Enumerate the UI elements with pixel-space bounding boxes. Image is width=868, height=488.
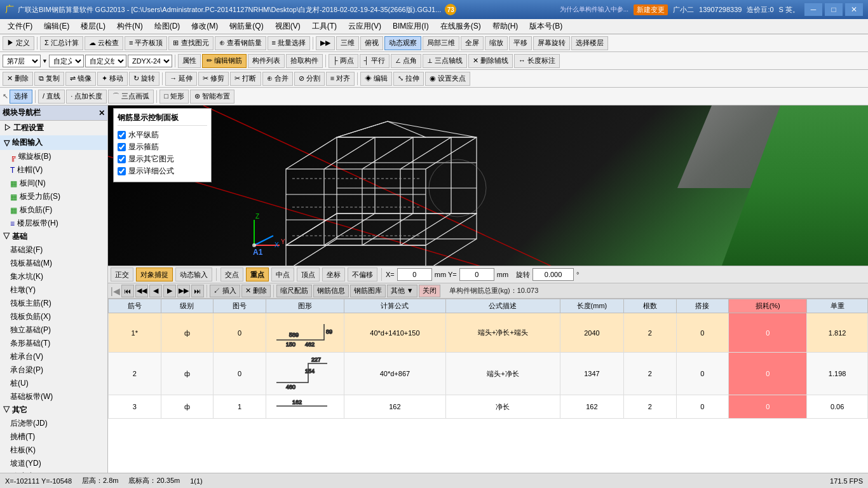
cell-type2[interactable]: ф <box>161 353 214 395</box>
rotate-input[interactable] <box>532 268 574 281</box>
btn-delete-row[interactable]: ✕ 删除 <box>241 285 271 297</box>
cell-formula[interactable]: 40*d+1410+150 <box>344 313 445 353</box>
btn-last[interactable]: ⏭ <box>191 285 204 297</box>
btn-align[interactable]: ≡ 对齐 <box>326 72 355 86</box>
btn-select[interactable]: 选择 <box>10 90 32 104</box>
btn-level-top[interactable]: ≡ 平齐板顶 <box>125 36 167 50</box>
cell-length2[interactable]: 1347 <box>560 353 623 395</box>
sidebar-item-pile-cap-col[interactable]: 柱墩(Y) <box>0 283 107 297</box>
btn-trim[interactable]: ✂ 修剪 <box>198 72 229 86</box>
btn-coord[interactable]: 坐标 <box>322 268 345 281</box>
sidebar-item-cap-beam[interactable]: 承台梁(P) <box>0 363 107 377</box>
menu-file[interactable]: 文件(F) <box>3 20 37 33</box>
btn-next-next[interactable]: ▶▶ <box>177 285 190 297</box>
check-stirrup-input[interactable] <box>118 143 126 151</box>
menu-edit[interactable]: 编辑(E) <box>39 20 74 33</box>
btn-find-elem[interactable]: ⊞ 查找图元 <box>168 36 213 50</box>
cell-grade2[interactable]: 0 <box>214 353 266 395</box>
type-select[interactable]: 自定义 <box>49 55 84 67</box>
floor-select[interactable]: 第7层 <box>3 55 41 67</box>
cell-formula2[interactable]: 40*d+867 <box>344 353 445 395</box>
cell-formula3[interactable]: 162 <box>344 395 445 419</box>
cell-grade[interactable]: 0 <box>214 313 266 353</box>
3d-viewport[interactable]: X Y Z A1 钢筋显示控制面板 <box>108 105 868 266</box>
sidebar-item-isolated[interactable]: 独立基础(P) <box>0 323 107 337</box>
btn-pan[interactable]: 平移 <box>509 36 532 50</box>
btn-prev-prev[interactable]: ◀◀ <box>135 285 148 297</box>
btn-two-points[interactable]: ├ 两点 <box>329 54 358 68</box>
cell-damage2[interactable]: 0 <box>729 353 807 395</box>
maximize-button[interactable]: □ <box>825 3 843 16</box>
line-type-select[interactable]: 自定义线 <box>85 55 126 67</box>
btn-midpoint[interactable]: 中点 <box>271 268 294 281</box>
btn-merge[interactable]: ⊕ 合并 <box>262 72 293 86</box>
sidebar-item-spiral[interactable]: ╔ 螺旋板(B) <box>0 150 107 163</box>
sidebar-item-col-plate[interactable]: 柱板(K) <box>0 444 107 457</box>
sidebar-item-strip[interactable]: 条形基础(T) <box>0 337 107 350</box>
menu-rebar[interactable]: 钢筋量(Q) <box>224 20 268 33</box>
btn-add-point[interactable]: · 点加长度 <box>66 90 107 104</box>
btn-split[interactable]: ⊘ 分割 <box>294 72 325 86</box>
btn-move[interactable]: ✦ 移动 <box>97 72 128 86</box>
btn-edit2[interactable]: ◈ 编辑 <box>360 72 392 86</box>
btn-intersect[interactable]: 交点 <box>220 268 243 281</box>
btn-length-note[interactable]: ↔ 长度标注 <box>514 54 560 68</box>
btn-no-offset[interactable]: 不偏移 <box>348 268 377 281</box>
zdyx-select[interactable]: ZDYX-24 <box>128 55 172 67</box>
btn-angle-point[interactable]: ∠ 点角 <box>391 54 421 68</box>
btn-close-panel[interactable]: 关闭 <box>419 285 440 297</box>
check-formula-input[interactable] <box>118 167 126 175</box>
btn-drag[interactable]: ⤡ 拉伸 <box>393 72 424 86</box>
check-formula[interactable]: 显示详细公式 <box>118 166 207 177</box>
btn-set-point[interactable]: ◉ 设置夹点 <box>425 72 470 86</box>
close-button[interactable]: ✕ <box>845 3 863 16</box>
btn-fullscreen[interactable]: 全屏 <box>461 36 484 50</box>
btn-3d-view[interactable]: 三维 <box>336 36 359 50</box>
cell-length3[interactable]: 162 <box>560 395 623 419</box>
menu-help[interactable]: 帮助(H) <box>487 20 524 33</box>
btn-rebar-lib[interactable]: 钢筋图库 <box>350 285 386 297</box>
btn-vertex[interactable]: 顶点 <box>297 268 320 281</box>
btn-prev[interactable]: ◀ <box>149 285 162 297</box>
menu-draw[interactable]: 绘图(D) <box>149 20 186 33</box>
sidebar-item-found-band[interactable]: 基础板带(W) <box>0 390 107 403</box>
cell-num[interactable]: 1* <box>109 313 161 353</box>
btn-scale-rebar[interactable]: 缩尺配筋 <box>276 285 312 297</box>
cell-damage[interactable]: 0 <box>729 313 807 353</box>
btn-view-rebar[interactable]: ⊕ 查看钢筋量 <box>215 36 266 50</box>
btn-define[interactable]: ▶ 定义 <box>3 36 34 50</box>
btn-delete-aux[interactable]: ✕ 删除辅线 <box>468 54 513 68</box>
sidebar-item-post-cast[interactable]: 后浇带(JD) <box>0 417 107 430</box>
sidebar-group-foundation[interactable]: ▽ 基础 <box>0 230 107 243</box>
btn-dynamic[interactable]: 动态输入 <box>175 268 212 281</box>
btn-rebar-info[interactable]: 钢筋信息 <box>313 285 349 297</box>
cell-num2[interactable]: 2 <box>109 353 161 395</box>
btn-dynamic-obs[interactable]: 动态观察 <box>384 36 421 50</box>
y-input[interactable] <box>459 268 494 281</box>
sidebar-item-raft-rebar[interactable]: 筏板主筋(R) <box>0 297 107 310</box>
sidebar-item-slab-mid[interactable]: ▦ 板间(N) <box>0 177 107 190</box>
btn-midpoint-heavy[interactable]: 重点 <box>246 268 269 281</box>
btn-local-3d[interactable]: 局部三维 <box>423 36 459 50</box>
btn-rotate[interactable]: ↻ 旋转 <box>129 72 159 86</box>
btn-mirror[interactable]: ⇌ 镜像 <box>65 72 96 86</box>
sidebar-item-groove[interactable]: 挑槽(T) <box>0 430 107 444</box>
sidebar-group-other[interactable]: ▽ 其它 <box>0 403 107 417</box>
sidebar-item-raft[interactable]: 筏板基础(M) <box>0 257 107 270</box>
sidebar-item-floor-band[interactable]: ≡ 楼层板带(H) <box>0 217 107 230</box>
menu-part[interactable]: 构件(N) <box>112 20 148 33</box>
cell-type3[interactable]: ф <box>161 395 214 419</box>
sidebar-item-raft-neg[interactable]: 筏板负筋(X) <box>0 310 107 323</box>
btn-smart[interactable]: ⊛ 智能布置 <box>190 90 234 104</box>
cell-num3[interactable]: 3 <box>109 395 161 419</box>
cell-length[interactable]: 2040 <box>560 313 623 353</box>
btn-first[interactable]: ⏮ <box>121 285 134 297</box>
btn-parallel[interactable]: ┤ 平行 <box>360 54 390 68</box>
btn-break[interactable]: ✂ 打断 <box>230 72 261 86</box>
sidebar-item-found-beam[interactable]: 基础梁(F) <box>0 243 107 257</box>
sidebar-item-pile[interactable]: 桩(U) <box>0 377 107 390</box>
btn-copy[interactable]: ⧉ 复制 <box>34 72 64 86</box>
sidebar-item-ramp[interactable]: 坡道(YD) <box>0 457 107 470</box>
check-other-input[interactable] <box>118 155 126 163</box>
btn-calc[interactable]: Σ 汇总计算 <box>40 36 83 50</box>
